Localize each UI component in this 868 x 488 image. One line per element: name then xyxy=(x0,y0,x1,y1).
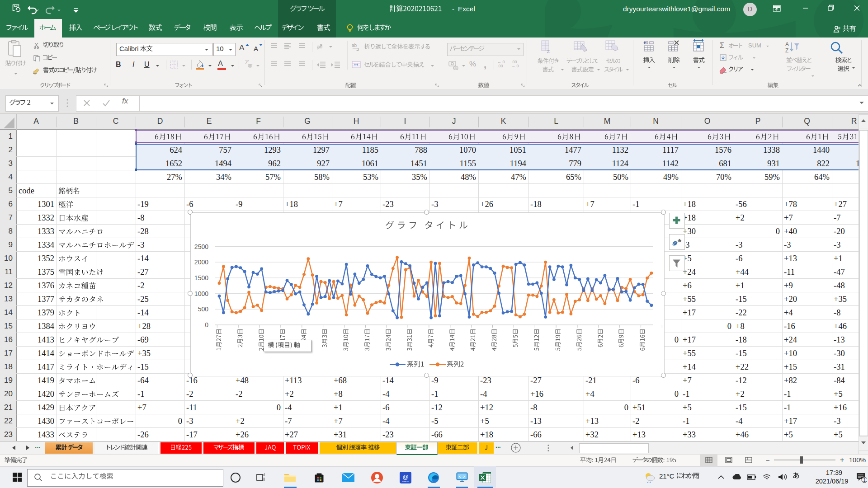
svg-text:@: @ xyxy=(402,474,408,480)
svg-text:menu: menu xyxy=(402,480,409,483)
svg-text:1: 1 xyxy=(863,478,866,483)
